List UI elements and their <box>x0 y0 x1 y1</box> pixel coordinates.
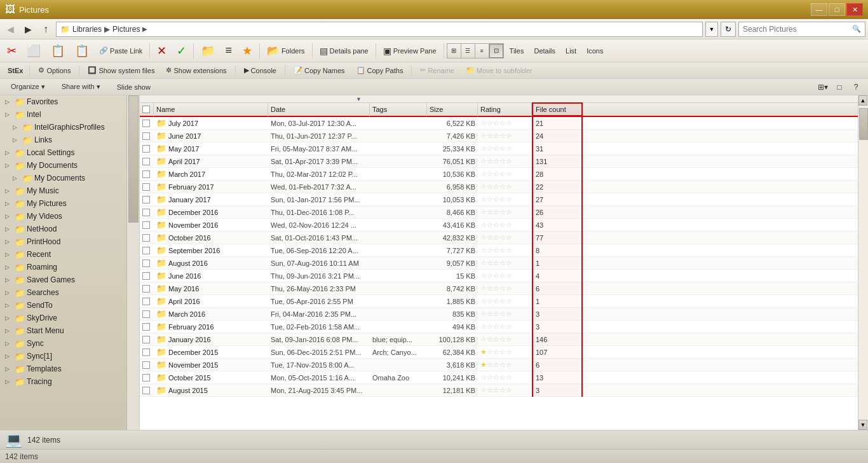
options-button[interactable]: ⚙ Options <box>34 64 75 78</box>
sidebar-item-intelgraphicsprofiles[interactable]: ▷ 📁 IntelGraphicsProfiles <box>0 121 126 134</box>
details-pane-button[interactable]: ▤ Details pane <box>315 41 373 60</box>
minimize-button[interactable]: — <box>811 3 827 16</box>
row-checkbox[interactable] <box>142 361 150 369</box>
table-row[interactable]: 📁 November 2016 Wed, 02-Nov-2016 12:24 .… <box>140 219 858 232</box>
row-checkbox[interactable] <box>142 374 150 382</box>
list-button[interactable]: List <box>561 41 581 60</box>
preview-pane-button[interactable]: ▣ Preview Pane <box>379 41 441 60</box>
table-row[interactable]: 📁 December 2015 Sun, 06-Dec-2015 2:51 PM… <box>140 346 858 359</box>
forward-button[interactable]: ▶ <box>20 22 36 37</box>
copy-names-button[interactable]: 📝 Copy Names <box>289 64 349 78</box>
table-row[interactable]: 📁 October 2015 Mon, 05-Oct-2015 1:16 A..… <box>140 371 858 384</box>
sidebar-item-intel[interactable]: ▷ 📁 Intel <box>0 108 126 121</box>
table-row[interactable]: 📁 February 2016 Tue, 02-Feb-2016 1:58 AM… <box>140 321 858 333</box>
row-checkbox[interactable] <box>142 120 150 127</box>
view-details-btn[interactable]: Details <box>529 41 560 60</box>
help-button[interactable]: ? <box>849 80 863 94</box>
address-bar[interactable]: 📁 Libraries ▶ Pictures ▶ <box>56 22 703 37</box>
row-checkbox[interactable] <box>142 259 150 267</box>
row-checkbox[interactable] <box>142 170 150 178</box>
table-row[interactable]: 📁 June 2017 Thu, 01-Jun-2017 12:37 P... … <box>140 130 858 142</box>
paste-link-button[interactable]: 🔗 Copy Paths Paste Link <box>95 41 147 60</box>
sidebar-item-roaming[interactable]: ▷ 📁 Roaming <box>0 261 126 273</box>
table-row[interactable]: 📁 September 2016 Tue, 06-Sep-2016 12:20 … <box>140 244 858 257</box>
row-checkbox[interactable] <box>142 285 150 293</box>
maximize-button[interactable]: □ <box>829 3 845 16</box>
row-checkbox[interactable] <box>142 247 150 254</box>
sidebar-scroll-thumb[interactable] <box>128 95 139 223</box>
view-list[interactable]: ≡ <box>475 44 489 58</box>
col-header-rating[interactable]: Rating <box>478 102 532 116</box>
console-button[interactable]: ▶ Console <box>240 64 281 78</box>
layout-icon-btn[interactable]: ⊞▾ <box>816 80 830 94</box>
sidebar-item-printhood[interactable]: ▷ 📁 PrintHood <box>0 235 126 248</box>
row-checkbox[interactable] <box>142 221 150 229</box>
icons-button[interactable]: Icons <box>582 41 607 60</box>
scroll-up-btn[interactable]: ▲ <box>858 95 867 106</box>
share-with-button[interactable]: Share with ▾ <box>56 80 106 94</box>
scroll-down-btn[interactable]: ▼ <box>858 420 867 430</box>
sidebar-item-my-documents[interactable]: ▷ 📁 My Documents <box>0 172 126 184</box>
table-row[interactable]: 📁 July 2017 Mon, 03-Jul-2017 12:30 A... … <box>140 117 858 130</box>
toolbar-properties[interactable]: ≡ <box>220 41 236 60</box>
up-button[interactable]: ↑ <box>38 22 53 37</box>
sidebar-item-my-documents[interactable]: ▷ 📁 My Documents <box>0 159 126 172</box>
table-row[interactable]: 📁 January 2016 Sat, 09-Jan-2016 6:08 PM.… <box>140 333 858 346</box>
row-checkbox[interactable] <box>142 145 150 153</box>
sidebar-item-nethood[interactable]: ▷ 📁 NetHood <box>0 223 126 235</box>
show-system-files-button[interactable]: 🔲 Show system files <box>83 64 159 78</box>
col-header-size[interactable]: Size <box>427 102 478 116</box>
toolbar-delete[interactable]: ✕ <box>153 41 171 60</box>
view-icons[interactable]: ⊡ <box>489 44 503 58</box>
sidebar-item-sendto[interactable]: ▷ 📁 SendTo <box>0 299 126 312</box>
toolbar-paste-shortcut[interactable]: 📋 <box>71 41 93 60</box>
header-checkbox[interactable] <box>142 106 150 113</box>
toolbar-folder[interactable]: 📁 <box>196 41 219 60</box>
table-row[interactable]: 📁 August 2016 Sun, 07-Aug-2016 10:11 AM … <box>140 257 858 270</box>
view-details[interactable]: ☰ <box>461 44 475 58</box>
sidebar-scroll[interactable] <box>127 95 140 430</box>
col-header-name[interactable]: Name <box>154 102 268 116</box>
toolbar-undo[interactable]: ✓ <box>172 41 191 60</box>
organize-button[interactable]: Organize ▾ <box>5 80 51 94</box>
row-checkbox[interactable] <box>142 298 150 305</box>
copy-paths-button[interactable]: 📋 Copy Paths <box>352 64 408 78</box>
col-header-filecount[interactable]: File count <box>532 102 583 116</box>
folders-button[interactable]: 📂 Folders <box>262 41 309 60</box>
table-row[interactable]: 📁 August 2015 Mon, 21-Aug-2015 3:45 PM..… <box>140 384 858 397</box>
table-row[interactable]: 📁 February 2017 Wed, 01-Feb-2017 7:32 A.… <box>140 181 858 193</box>
right-scrollbar[interactable]: ▲ ▼ <box>858 95 868 430</box>
sidebar-item-recent[interactable]: ▷ 📁 Recent <box>0 248 126 261</box>
show-extensions-button[interactable]: ✲ Show extensions <box>161 64 231 78</box>
col-header-tags[interactable]: Tags <box>370 102 427 116</box>
toolbar-copy[interactable]: ⬜ <box>22 41 45 60</box>
scroll-thumb[interactable] <box>859 108 868 140</box>
table-row[interactable]: 📁 November 2015 Tue, 17-Nov-2015 8:00 A.… <box>140 359 858 371</box>
slide-show-button[interactable]: Slide show <box>111 80 156 94</box>
close-button[interactable]: ✕ <box>846 3 863 16</box>
sidebar-item-tracing[interactable]: ▷ 📁 Tracing <box>0 375 126 388</box>
back-button[interactable]: ◀ <box>3 22 18 37</box>
row-checkbox[interactable] <box>142 349 150 356</box>
row-checkbox[interactable] <box>142 183 150 191</box>
row-checkbox[interactable] <box>142 272 150 280</box>
search-input[interactable] <box>743 25 850 34</box>
table-row[interactable]: 📁 December 2016 Thu, 01-Dec-2016 1:08 P.… <box>140 206 858 219</box>
toolbar-favorites[interactable]: ★ <box>238 41 257 60</box>
col-header-check[interactable] <box>140 102 154 116</box>
table-row[interactable]: 📁 May 2016 Thu, 26-May-2016 2:33 PM 8,74… <box>140 282 858 295</box>
sidebar-item-sync1[interactable]: ▷ 📁 Sync[1] <box>0 350 126 363</box>
row-checkbox[interactable] <box>142 387 150 394</box>
row-checkbox[interactable] <box>142 196 150 204</box>
sidebar-item-start-menu[interactable]: ▷ 📁 Start Menu <box>0 324 126 337</box>
toolbar-cut[interactable]: ✂ <box>3 41 21 60</box>
table-row[interactable]: 📁 June 2016 Thu, 09-Jun-2016 3:21 PM... … <box>140 270 858 282</box>
row-checkbox[interactable] <box>142 234 150 242</box>
row-checkbox[interactable] <box>142 323 150 331</box>
sidebar-item-my-videos[interactable]: ▷ 📁 My Videos <box>0 210 126 223</box>
sidebar-item-my-pictures[interactable]: ▷ 📁 My Pictures <box>0 197 126 210</box>
refresh-button[interactable]: ↻ <box>721 22 736 37</box>
sidebar-item-favorites[interactable]: ▷ 📁 Favorites <box>0 95 126 108</box>
table-row[interactable]: 📁 March 2016 Fri, 04-Mar-2016 2:35 PM...… <box>140 308 858 321</box>
table-row[interactable]: 📁 January 2017 Sun, 01-Jan-2017 1:56 PM.… <box>140 193 858 206</box>
